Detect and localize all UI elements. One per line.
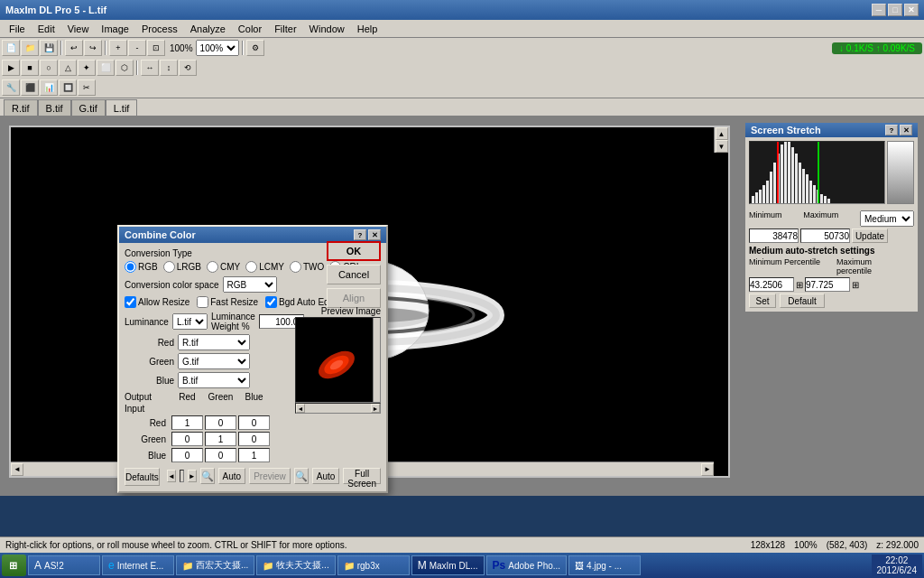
taskbar-as2[interactable]: A AS!2 (28, 555, 100, 575)
tb-open[interactable]: 📁 (21, 40, 39, 56)
stretch-close-btn[interactable]: ✕ (900, 125, 912, 135)
stretch-dropdown[interactable]: Medium Low High (860, 210, 914, 227)
prev-scroll-right[interactable]: ► (371, 404, 380, 413)
tb-r2-7[interactable]: ⬡ (116, 60, 134, 76)
radio-two-input[interactable] (290, 261, 301, 273)
defaults-button[interactable]: Defaults (125, 468, 160, 486)
tab-ltif[interactable]: L.tif (106, 99, 138, 116)
matrix-red-blue[interactable] (238, 415, 270, 430)
maximize-button[interactable]: □ (888, 4, 902, 16)
start-button[interactable]: ⊞ (2, 555, 26, 576)
auto-button[interactable]: Auto (218, 468, 246, 484)
dialog-close-btn[interactable]: ✕ (368, 229, 381, 240)
matrix-red-green[interactable] (205, 415, 236, 430)
red-select[interactable]: R.tif (178, 334, 250, 350)
tb-r2-5[interactable]: ✦ (78, 60, 96, 76)
menu-edit[interactable]: Edit (32, 23, 60, 35)
matrix-green-green[interactable] (205, 432, 236, 446)
tb-r3-3[interactable]: 📊 (40, 79, 58, 96)
radio-lrgb-input[interactable] (163, 261, 175, 273)
default-button[interactable]: Default (780, 294, 825, 308)
taskbar-img[interactable]: 🖼 4.jpg - ... (568, 555, 641, 575)
tb-r3-5[interactable]: ✂ (78, 79, 96, 96)
tb-r2-8[interactable]: ↔ (141, 60, 159, 76)
tb-extra-1[interactable]: ⚙ (246, 40, 264, 56)
preview-scroll-left[interactable]: ◄ (167, 470, 176, 482)
scroll-down-btn[interactable]: ▼ (716, 140, 728, 153)
radio-lrgb[interactable]: LRGB (163, 261, 201, 273)
taskbar-folder-2[interactable]: 📁 牧夫天文摄... (256, 555, 335, 575)
update-button[interactable]: Update (852, 228, 888, 243)
menu-view[interactable]: View (62, 23, 95, 35)
prev-scroll-left[interactable]: ◄ (296, 404, 305, 413)
matrix-green-red[interactable] (171, 432, 203, 446)
matrix-green-blue[interactable] (238, 432, 270, 446)
matrix-red-red[interactable] (171, 415, 203, 430)
zoom-out-btn[interactable]: 🔍 (294, 468, 309, 484)
fullscreen-button[interactable]: Full Screen (343, 468, 381, 484)
matrix-blue-red[interactable] (171, 448, 203, 462)
radio-rgb-input[interactable] (125, 261, 136, 273)
cancel-button[interactable]: Cancel (327, 265, 381, 284)
tb-redo[interactable]: ↪ (84, 40, 102, 56)
color-space-select[interactable]: RGB sRGB (223, 276, 277, 293)
preview-scroll-right[interactable]: ► (188, 470, 197, 482)
tb-r2-10[interactable]: ⟲ (179, 60, 197, 76)
menu-color[interactable]: Color (233, 23, 267, 35)
fast-resize-checkbox[interactable]: Fast Resize (197, 296, 258, 308)
minimize-button[interactable]: ─ (872, 4, 886, 16)
tab-gtif[interactable]: G.tif (71, 99, 106, 116)
menu-window[interactable]: Window (304, 23, 350, 35)
menu-file[interactable]: File (4, 23, 31, 35)
matrix-blue-green[interactable] (205, 448, 236, 462)
luminance-select[interactable]: L.tif (172, 313, 208, 330)
green-select[interactable]: G.tif (178, 353, 250, 369)
align-button[interactable]: Align (327, 288, 381, 308)
tb-undo[interactable]: ↩ (65, 40, 83, 56)
blue-select[interactable]: B.tif (178, 372, 250, 388)
taskbar-folder-1[interactable]: 📁 西宏天文摄... (176, 555, 254, 575)
tb-zoom-out[interactable]: - (128, 40, 146, 56)
radio-lcmy-input[interactable] (245, 261, 257, 273)
tb-zoom-in[interactable]: + (109, 40, 127, 56)
fast-resize-input[interactable] (197, 296, 208, 308)
radio-rgb[interactable]: RGB (125, 261, 158, 273)
menu-help[interactable]: Help (352, 23, 383, 35)
taskbar-ps[interactable]: Ps Adobe Pho... (486, 555, 568, 575)
bgd-eq-input[interactable] (265, 296, 277, 308)
preview-vscroll[interactable] (373, 318, 380, 402)
tb-new[interactable]: 📄 (2, 40, 20, 56)
preview-scrollbar[interactable] (180, 470, 184, 482)
min-input[interactable] (749, 228, 799, 243)
radio-two[interactable]: TWO (290, 261, 324, 273)
allow-resize-input[interactable] (125, 296, 136, 308)
zoom-in-btn[interactable]: 🔍 (200, 468, 215, 484)
v-scrollbar[interactable]: ▲ ▼ (714, 127, 728, 153)
taskbar-rgb3x[interactable]: 📁 rgb3x (337, 555, 410, 575)
tb-r2-1[interactable]: ▶ (2, 60, 20, 76)
dialog-help-btn[interactable]: ? (354, 229, 366, 240)
scroll-right-btn[interactable]: ► (701, 463, 714, 476)
max-input[interactable] (800, 228, 850, 243)
scroll-up-btn[interactable]: ▲ (716, 127, 728, 140)
auto-2-button[interactable]: Auto (312, 468, 340, 484)
menu-filter[interactable]: Filter (269, 23, 301, 35)
menu-image[interactable]: Image (96, 23, 134, 35)
tb-r3-2[interactable]: ⬛ (21, 79, 39, 96)
tab-rtif[interactable]: R.tif (4, 99, 38, 116)
radio-cmy[interactable]: CMY (207, 261, 240, 273)
tb-save[interactable]: 💾 (40, 40, 58, 56)
tab-btif[interactable]: B.tif (38, 99, 71, 116)
preview-hscroll[interactable]: ◄ ► (295, 403, 381, 414)
menu-analyze[interactable]: Analyze (185, 23, 231, 35)
tb-r2-6[interactable]: ⬜ (97, 60, 115, 76)
min-perc-input[interactable] (749, 277, 794, 292)
radio-lcmy[interactable]: LCMY (245, 261, 284, 273)
tb-r2-9[interactable]: ↕ (160, 60, 178, 76)
allow-resize-checkbox[interactable]: Allow Resize (125, 296, 189, 308)
tb-r2-4[interactable]: △ (59, 60, 77, 76)
ok-button[interactable]: OK (327, 241, 381, 261)
preview-button[interactable]: Preview (249, 468, 291, 484)
radio-cmy-input[interactable] (207, 261, 218, 273)
tb-r2-3[interactable]: ○ (40, 60, 58, 76)
